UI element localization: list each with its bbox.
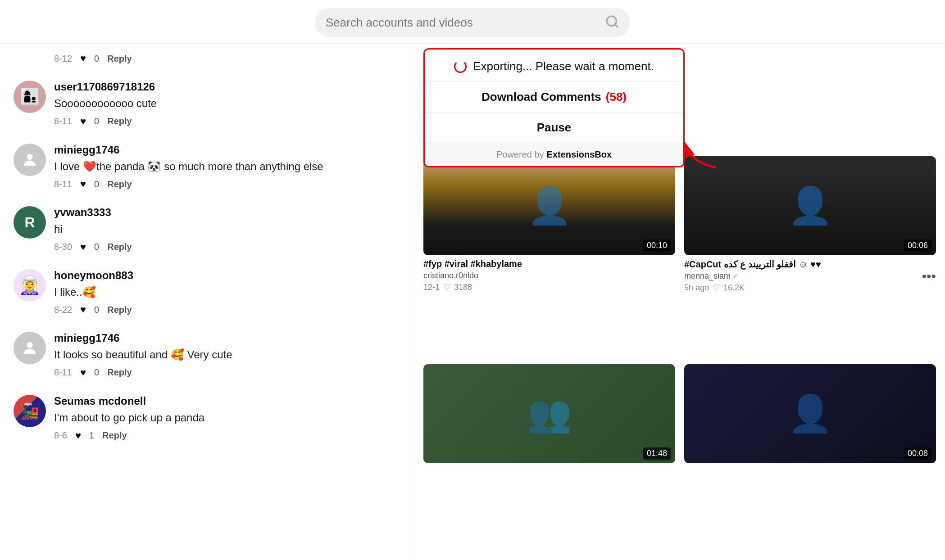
download-count: (58) [606,90,627,104]
stub-reply-button[interactable]: Reply [107,54,132,64]
comment-meta: 8-11 ♥ 0 Reply [54,116,400,127]
video-duration: 00:06 [904,239,931,252]
svg-point-2 [27,154,32,159]
avatar-emoji: 👩‍👦 [20,87,40,106]
video-card[interactable]: 👤 00:06 #CapCut اقفلو الترييند ع كده ☺ ♥… [680,152,940,360]
comment-date: 8-30 [54,242,72,252]
comment-username: Seumas mcdonell [54,395,400,407]
like-count: 0 [94,305,99,315]
like-count: 1 [89,430,94,441]
comment-body: Seumas mcdonell I'm about to go pick up … [54,395,400,442]
comment-text: hi [54,221,400,237]
reply-button[interactable]: Reply [107,367,132,378]
video-card[interactable]: 👤 00:10 #fyp #viral #khabylame cristiano… [419,152,680,360]
comment-meta: 8-11 ♥ 0 Reply [54,367,400,379]
video-duration: 01:48 [643,447,671,460]
video-card[interactable]: 👤 00:08 [680,360,940,560]
reply-button[interactable]: Reply [102,430,127,441]
comment-date: 8-22 [54,305,72,315]
comment-text: I'm about to go pick up a panda [54,410,400,425]
thumb-placeholder: 👤 [788,393,833,435]
video-author: cristiano.r0nldo [423,271,675,280]
right-panel: Exporting... Please wait a moment. Downl… [414,44,945,560]
heart-icon: ♥ [80,178,86,190]
powered-by-label: Powered by [496,149,544,160]
avatar-initial: R [24,214,35,231]
comment-body: miniegg1746 It looks so beautiful and 🥰 … [54,332,400,379]
comment-meta: 8-6 ♥ 1 Reply [54,430,400,442]
heart-icon: ♥ [80,241,86,253]
heart-icon: ♥ [75,430,81,442]
like-count: 0 [94,179,99,190]
video-stats: 5h ago ♡ 16.2K [684,283,936,293]
powered-by-row: Powered by ExtensionsBox [425,143,683,166]
comment-username: miniegg1746 [54,332,400,344]
stub-heart-icon: ♥ [80,53,86,64]
verified-badge: ✓ [732,272,738,280]
comment-date: 8-11 [54,179,72,190]
video-thumbnail: 👤 00:08 [684,364,936,463]
avatar-emoji: 🚂 [20,402,39,420]
heart-icon: ♥ [80,304,86,316]
video-stats: 12-1 ♡ 3188 [423,282,675,292]
comment-item: R yvwan3333 hi 8-30 ♥ 0 Reply [0,198,414,261]
thumb-placeholder: 👤 [788,185,833,227]
loading-spinner [454,60,467,73]
svg-line-1 [615,24,618,27]
reply-button[interactable]: Reply [107,305,132,315]
search-icon [605,14,619,31]
powered-brand: ExtensionsBox [547,149,612,160]
avatar: 🚂 [14,395,46,427]
export-popup: Exporting... Please wait a moment. Downl… [423,48,685,167]
video-title: #fyp #viral #khabylame [423,259,675,269]
comment-meta: 8-22 ♥ 0 Reply [54,304,400,316]
like-count: 0 [94,367,99,378]
comment-body: honeymoon883 I like..🥰 8-22 ♥ 0 Reply [54,269,400,316]
thumb-placeholder: 👤 [527,185,572,227]
video-card[interactable]: 👥 01:48 [419,360,680,560]
comment-date: 8-11 [54,116,72,126]
avatar-emoji: 🧝‍♀️ [18,275,41,296]
heart-icon: ♥ [80,367,86,379]
comments-panel: 8-12 ♥ 0 Reply 👩‍👦 user1170869718126 Soo… [0,44,414,560]
avatar: 🧝‍♀️ [14,269,46,302]
export-status-row: Exporting... Please wait a moment. [425,50,683,82]
comment-username: miniegg1746 [54,144,400,156]
comment-body: yvwan3333 hi 8-30 ♥ 0 Reply [54,206,400,253]
video-author: menna_siam ✓ [684,271,936,281]
comment-date: 8-11 [54,367,72,378]
video-thumbnail: 👤 00:10 [423,156,675,255]
stub-top-row: 8-12 ♥ 0 Reply [0,48,414,72]
stub-likes: 0 [94,54,99,64]
search-bar-area [0,0,945,44]
main-layout: 8-12 ♥ 0 Reply 👩‍👦 user1170869718126 Soo… [0,44,945,560]
search-input[interactable] [326,16,600,30]
comment-item: miniegg1746 I love ❤️the panda 🐼 so much… [0,135,414,199]
avatar [14,332,46,364]
comment-text: It looks so beautiful and 🥰 Very cute [54,347,400,362]
like-count: 0 [94,116,99,126]
heart-outline-icon: ♡ [713,283,720,293]
video-info: #CapCut اقفلو الترييند ع كده ☺ ♥♥ menna_… [684,255,936,294]
reply-button[interactable]: Reply [107,116,132,126]
comment-body: miniegg1746 I love ❤️the panda 🐼 so much… [54,144,400,190]
reply-button[interactable]: Reply [107,242,132,252]
download-row: Download Comments (58) [425,82,683,113]
comment-meta: 8-30 ♥ 0 Reply [54,241,400,253]
comment-date: 8-6 [54,430,67,441]
pause-button[interactable]: Pause [425,113,683,143]
avatar: R [14,206,46,239]
video-info: #fyp #viral #khabylame cristiano.r0nldo … [423,255,675,294]
comment-username: honeymoon883 [54,269,400,282]
comment-text: Soooooooooooo cute [54,96,400,111]
video-duration: 00:08 [904,447,931,460]
video-duration: 00:10 [643,239,671,252]
stub-date: 8-12 [54,54,72,64]
heart-outline-icon: ♡ [443,282,450,292]
reply-button[interactable]: Reply [107,179,132,190]
export-status-text: Exporting... Please wait a moment. [473,59,654,73]
comment-meta: 8-11 ♥ 0 Reply [54,178,400,190]
heart-icon: ♥ [80,116,86,127]
comment-text: I like..🥰 [54,285,400,300]
comment-body: user1170869718126 Soooooooooooo cute 8-1… [54,81,400,127]
